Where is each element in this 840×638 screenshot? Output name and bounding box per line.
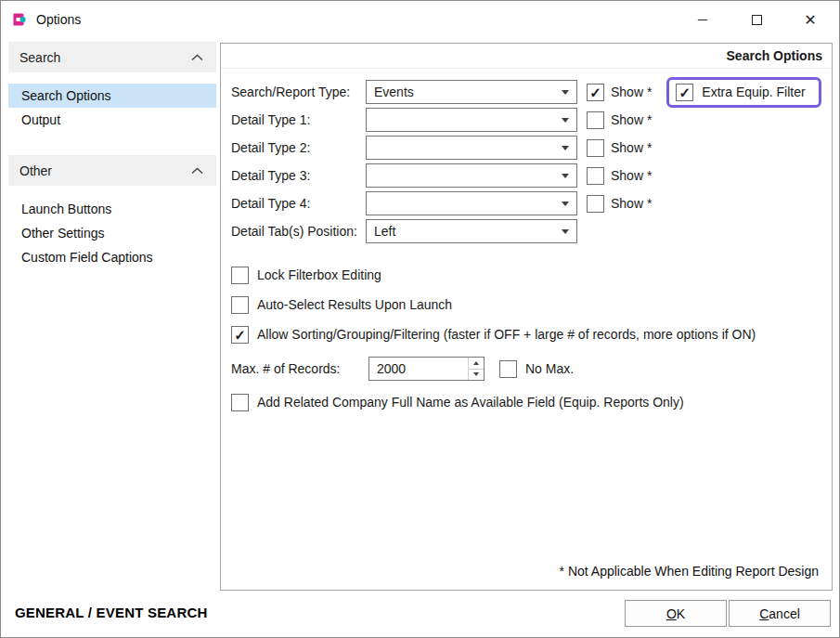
- chevron-down-icon: [562, 229, 569, 234]
- sidebar-item-output[interactable]: Output: [8, 108, 216, 132]
- extra-equip-filter-checkbox[interactable]: [676, 84, 693, 101]
- show-label-2: Show *: [611, 140, 652, 155]
- sidebar-section-other[interactable]: Other: [8, 155, 216, 186]
- type-form: Search/Report Type: Events Show * Extra …: [221, 69, 832, 245]
- row-detail-type-2: Detail Type 2: Show *: [221, 134, 832, 162]
- show-checkbox-0[interactable]: [587, 84, 604, 101]
- max-records-label: Max. # of Records:: [231, 361, 368, 376]
- max-records-row: Max. # of Records: 2000 No Max.: [221, 355, 832, 383]
- chevron-down-icon: [562, 90, 569, 95]
- lock-filterbox-checkbox[interactable]: [231, 267, 249, 284]
- maximize-icon[interactable]: [730, 1, 783, 38]
- options-dialog: Options ─ ✕ Search Search Options Output…: [0, 0, 840, 638]
- sidebar-search-items: Search Options Output: [8, 84, 216, 132]
- app-icon: [10, 10, 29, 29]
- show-label-0: Show *: [611, 85, 652, 99]
- ok-button[interactable]: OK: [625, 600, 727, 627]
- sidebar-item-other-settings[interactable]: Other Settings: [8, 221, 216, 245]
- sidebar-item-custom-field-captions[interactable]: Custom Field Captions: [8, 245, 216, 269]
- panel-title: Search Options: [221, 44, 832, 69]
- search-report-type-value: Events: [374, 85, 414, 99]
- sidebar-section-search[interactable]: Search: [8, 42, 216, 72]
- extra-equip-filter-highlight: Extra Equip. Filter: [666, 77, 821, 108]
- show-checkbox-4[interactable]: [587, 195, 604, 213]
- show-label-4: Show *: [611, 196, 652, 211]
- max-records-stepper[interactable]: 2000: [368, 357, 485, 381]
- row-detail-type-1: Detail Type 1: Show *: [221, 106, 832, 134]
- row-detail-type-4: Detail Type 4: Show *: [221, 189, 832, 217]
- chevron-down-icon: [562, 202, 569, 206]
- sidebar-section-search-label: Search: [19, 50, 60, 65]
- window-title: Options: [36, 12, 81, 27]
- chevron-up-icon: [191, 54, 203, 61]
- detail-type-2-label: Detail Type 2:: [231, 140, 366, 155]
- detail-type-1-dropdown[interactable]: [366, 108, 577, 132]
- search-options-panel: Search Options Search/Report Type: Event…: [220, 43, 833, 591]
- chevron-down-icon: [562, 146, 569, 150]
- detail-type-3-label: Detail Type 3:: [231, 168, 366, 183]
- sidebar: Search Search Options Output Other Launc…: [8, 42, 216, 293]
- add-related-row: Add Related Company Full Name as Availab…: [221, 388, 832, 416]
- search-report-type-dropdown[interactable]: Events: [366, 80, 577, 104]
- allow-sorting-label: Allow Sorting/Grouping/Filtering (faster…: [257, 327, 756, 342]
- sidebar-other-items: Launch Buttons Other Settings Custom Fie…: [8, 197, 216, 269]
- window-controls: ─ ✕: [676, 1, 837, 38]
- detail-type-1-label: Detail Type 1:: [231, 112, 366, 127]
- max-records-value[interactable]: 2000: [369, 358, 468, 380]
- auto-select-checkbox[interactable]: [231, 296, 249, 314]
- detail-type-4-dropdown[interactable]: [366, 191, 577, 215]
- no-max-label: No Max.: [525, 361, 574, 376]
- auto-select-row: Auto-Select Results Upon Launch: [221, 290, 832, 319]
- row-detail-type-3: Detail Type 3: Show *: [221, 162, 832, 189]
- show-checkbox-1[interactable]: [587, 111, 604, 129]
- detail-type-4-label: Detail Type 4:: [231, 196, 366, 211]
- row-search-report-type: Search/Report Type: Events Show * Extra …: [221, 78, 832, 106]
- auto-select-label: Auto-Select Results Upon Launch: [257, 297, 452, 312]
- show-checkbox-2[interactable]: [587, 139, 604, 157]
- detail-type-3-dropdown[interactable]: [366, 163, 577, 188]
- chevron-down-icon: [562, 174, 569, 178]
- lock-filterbox-row: Lock Filterbox Editing: [221, 260, 832, 290]
- title-bar: Options ─ ✕: [1, 1, 839, 38]
- detail-type-2-dropdown[interactable]: [366, 136, 577, 160]
- footnote: * Not Applicable When Editing Report Des…: [560, 564, 819, 579]
- extra-equip-filter-label: Extra Equip. Filter: [702, 85, 805, 99]
- stepper-down-icon[interactable]: [469, 370, 484, 381]
- minimize-icon[interactable]: ─: [676, 1, 730, 38]
- allow-sorting-row: Allow Sorting/Grouping/Filtering (faster…: [221, 319, 832, 349]
- no-max-checkbox[interactable]: [499, 360, 517, 378]
- show-checkbox-3[interactable]: [587, 167, 604, 185]
- chevron-down-icon: [562, 118, 569, 123]
- search-report-type-label: Search/Report Type:: [231, 85, 366, 99]
- show-label-1: Show *: [611, 112, 652, 127]
- detail-tabs-position-dropdown[interactable]: Left: [366, 219, 577, 243]
- lock-filterbox-label: Lock Filterbox Editing: [257, 267, 381, 282]
- option-checkboxes: Lock Filterbox Editing Auto-Select Resul…: [221, 260, 832, 349]
- stepper-up-icon[interactable]: [469, 358, 484, 370]
- close-icon[interactable]: ✕: [783, 1, 837, 38]
- context-label: GENERAL / EVENT SEARCH: [15, 605, 208, 620]
- add-related-checkbox[interactable]: [231, 394, 249, 411]
- chevron-up-icon: [191, 167, 203, 175]
- show-label-3: Show *: [611, 168, 652, 183]
- sidebar-item-search-options[interactable]: Search Options: [8, 84, 216, 108]
- sidebar-item-launch-buttons[interactable]: Launch Buttons: [8, 197, 216, 221]
- sidebar-section-other-label: Other: [19, 163, 52, 178]
- allow-sorting-checkbox[interactable]: [231, 326, 249, 344]
- detail-tabs-position-label: Detail Tab(s) Position:: [231, 224, 366, 239]
- add-related-label: Add Related Company Full Name as Availab…: [257, 395, 684, 410]
- row-detail-tabs-position: Detail Tab(s) Position: Left: [221, 217, 832, 245]
- cancel-button[interactable]: Cancel: [729, 600, 831, 627]
